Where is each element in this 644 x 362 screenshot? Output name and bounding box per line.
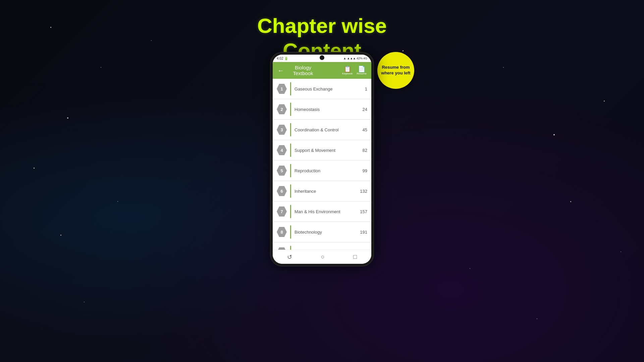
chapter-item-9[interactable]: 9Pharmacology206 [273, 242, 371, 250]
chapter-page-2: 24 [363, 107, 367, 112]
chapter-number-6: 6 [277, 186, 287, 196]
phone-mockup: Resume from where you left 4:02 🔋 ▲ ▲▲▲ … [270, 52, 374, 266]
battery-icon: 🔋 [284, 57, 288, 60]
star [604, 101, 605, 102]
chapter-divider-1 [290, 82, 291, 96]
signal-icon: ▲▲▲ [347, 57, 356, 60]
chapter-number-2: 2 [277, 104, 287, 114]
chapter-number-1: 1 [277, 84, 287, 94]
star [67, 117, 68, 119]
battery-percent: 42% [357, 57, 363, 60]
star [117, 201, 118, 202]
star [537, 318, 537, 319]
phone-bottom-nav: ↺ ○ □ [273, 250, 371, 264]
chapter-divider-4 [290, 143, 291, 157]
chapter-list: 1Gaseous Exchange12Homeostasis243Coordin… [273, 79, 371, 250]
wifi-icon: ▲ [343, 57, 346, 60]
keybook-button[interactable]: 📋 Keybook [341, 65, 354, 76]
phone-outer: 4:02 🔋 ▲ ▲▲▲ 42% 4G ← Biology Textbook 📋 [270, 52, 374, 266]
chapter-page-1: 1 [365, 86, 367, 92]
chapter-number-3: 3 [277, 125, 287, 135]
keybook-icon: 📋 [344, 66, 351, 72]
chapter-item-5[interactable]: 5Reproduction99 [273, 161, 371, 181]
chapter-divider-3 [290, 123, 291, 136]
resume-bubble[interactable]: Resume from where you left [377, 52, 414, 89]
app-toolbar: ← Biology Textbook 📋 Keybook 📄 Resume [273, 62, 371, 79]
chapter-item-4[interactable]: 4Support & Movement82 [273, 140, 371, 161]
star [553, 134, 555, 135]
chapter-name-6: Inheritance [294, 189, 357, 194]
back-button[interactable]: ← [276, 65, 285, 76]
chapter-number-5: 5 [277, 166, 287, 176]
star [151, 40, 152, 41]
back-nav-icon[interactable]: ↺ [287, 253, 292, 261]
chapter-divider-5 [290, 164, 291, 177]
toolbar-icons: 📋 Keybook 📄 Resume [341, 65, 368, 76]
chapter-divider-8 [290, 225, 291, 239]
star [60, 235, 61, 236]
chapter-page-7: 157 [360, 209, 367, 214]
chapter-divider-2 [290, 103, 291, 116]
star [470, 268, 470, 269]
chapter-page-5: 99 [363, 168, 367, 173]
chapter-divider-9 [290, 246, 291, 250]
chapter-page-4: 82 [363, 148, 367, 153]
chapter-name-7: Man & His Environment [294, 209, 357, 214]
star [570, 201, 571, 202]
chapter-name-3: Coordination & Control [294, 127, 360, 132]
status-right: ▲ ▲▲▲ 42% 4G [343, 57, 367, 60]
chapter-name-4: Support & Movement [294, 148, 360, 153]
chapter-number-7: 7 [277, 206, 287, 217]
star [402, 50, 404, 51]
chapter-divider-6 [290, 184, 291, 198]
chapter-item-6[interactable]: 6Inheritance132 [273, 181, 371, 201]
star [503, 67, 504, 68]
chapter-divider-7 [290, 205, 291, 218]
home-nav-icon[interactable]: ○ [321, 253, 325, 260]
star [621, 251, 621, 252]
status-time: 4:02 [277, 57, 283, 60]
chapter-number-9: 9 [277, 247, 287, 250]
phone-inner: 4:02 🔋 ▲ ▲▲▲ 42% 4G ← Biology Textbook 📋 [273, 55, 371, 264]
status-left: 4:02 🔋 [277, 57, 288, 60]
chapter-name-1: Gaseous Exchange [294, 86, 362, 92]
star [84, 302, 85, 302]
chapter-name-8: Biotechnology [294, 230, 357, 235]
chapter-item-1[interactable]: 1Gaseous Exchange1 [273, 79, 371, 99]
camera-notch [320, 55, 324, 60]
app-title: Biology Textbook [288, 65, 318, 76]
resume-icon: 📄 [358, 66, 365, 72]
star [34, 168, 35, 169]
chapter-page-6: 132 [360, 189, 367, 194]
resume-button[interactable]: 📄 Resume [355, 65, 368, 76]
chapter-number-8: 8 [277, 227, 287, 237]
chapter-item-7[interactable]: 7Man & His Environment157 [273, 201, 371, 222]
extra-signal: 4G [363, 57, 367, 60]
chapter-page-3: 45 [363, 127, 367, 132]
chapter-item-8[interactable]: 8Biotechnology191 [273, 222, 371, 242]
menu-nav-icon[interactable]: □ [353, 253, 357, 260]
chapter-number-4: 4 [277, 145, 287, 155]
chapter-item-3[interactable]: 3Coordination & Control45 [273, 120, 371, 140]
chapter-name-2: Homeostasis [294, 107, 360, 112]
chapter-name-5: Reproduction [294, 168, 360, 173]
star [101, 67, 101, 68]
chapter-item-2[interactable]: 2Homeostasis24 [273, 99, 371, 120]
star [50, 27, 51, 28]
chapter-page-8: 191 [360, 230, 367, 235]
